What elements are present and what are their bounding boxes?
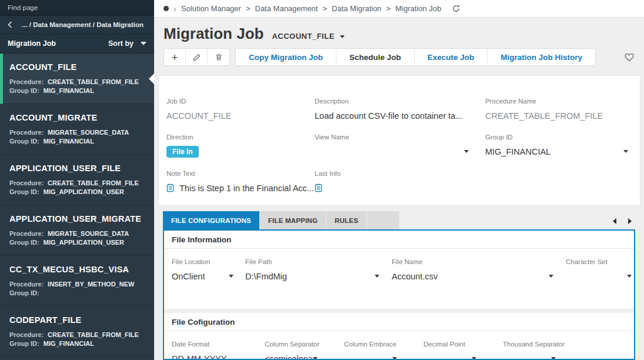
decimal-point-dropdown[interactable] [423, 353, 476, 360]
note-icon[interactable] [166, 184, 174, 192]
toolbar: + Copy Migration Job Schedule Job Execut… [154, 48, 644, 66]
sort-by-label: Sort by [108, 39, 134, 48]
schedule-job-button[interactable]: Schedule Job [336, 49, 415, 65]
list-item-application-user-migrate[interactable]: APPLICATION_USER_MIGRATE Procedure:MIGRA… [0, 205, 154, 256]
tab-rules[interactable]: RULES [326, 211, 366, 229]
delete-button[interactable] [208, 49, 229, 65]
procedure-label: Procedure: [9, 179, 44, 186]
description-label: Description [315, 98, 485, 105]
list-item-application-user-file[interactable]: APPLICATION_USER_FILE Procedure:CREATE_T… [0, 155, 154, 205]
tab-file-mapping[interactable]: FILE MAPPING [260, 211, 326, 229]
copy-migration-job-button[interactable]: Copy Migration Job [236, 49, 336, 65]
caret-down-icon[interactable] [472, 357, 476, 360]
file-name-value: Account.csv [392, 272, 438, 281]
list-item-account-migrate[interactable]: ACCOUNT_MIGRATE Procedure:MIGRATE_SOURCE… [0, 104, 154, 155]
file-configuration-title: File Cofiguration [164, 313, 634, 331]
group-label: Group ID: [9, 340, 39, 347]
procedure-value: INSERT_BY_METHOD_NEW [48, 281, 134, 288]
file-path-dropdown[interactable]: D:\FmdMig [245, 271, 379, 282]
procedure-value: MIGRATE_SOURCE_DATA [48, 129, 129, 136]
migration-job-history-button[interactable]: Migration Job History [488, 49, 595, 65]
date-format-value[interactable]: DD-MM-YYYY [172, 353, 265, 360]
job-detail-card: Job ID ACCOUNT_FILE Description Load acc… [158, 75, 640, 206]
breadcrumb-data-management[interactable]: Data Management [255, 4, 318, 13]
caret-down-icon[interactable] [229, 275, 233, 278]
procedure-name-value: CREATE_TABLE_FROM_FILE [485, 110, 632, 121]
file-location-dropdown[interactable]: OnClient [172, 271, 233, 282]
note-text-label: Note Text [166, 170, 315, 177]
file-name-field: File Name Account.csv [392, 258, 566, 282]
sidebar-list-header: Migration Job Sort by [0, 34, 154, 54]
home-dot-icon[interactable] [163, 6, 169, 11]
character-set-field: Character Set [566, 258, 632, 282]
sidebar-back-nav[interactable]: ... / Data Management / Data Migration [0, 16, 154, 34]
record-selector-value[interactable]: ACCOUNT_FILE [272, 32, 334, 41]
file-information-title: File Information [164, 231, 634, 249]
breadcrumb: › Solution Manager > Data Management > D… [154, 0, 644, 18]
group-id-dropdown[interactable]: MIG_FINANCIAL [485, 146, 628, 157]
back-chevron-icon[interactable] [8, 21, 12, 28]
character-set-dropdown[interactable] [566, 271, 632, 282]
group-value: MIG_APPLICATION_USER [44, 239, 124, 246]
thousand-separator-label: Thousand Separator [503, 341, 626, 348]
breadcrumb-separator: > [246, 4, 251, 13]
breadcrumb-data-migration[interactable]: Data Migration [332, 4, 382, 13]
caret-down-icon[interactable] [464, 150, 469, 153]
breadcrumb-migration-job[interactable]: Migration Job [395, 4, 441, 13]
note-text-field: Note Text This is Step 1 in the Financia… [166, 170, 315, 194]
file-path-field: File Path D:\FmdMig [245, 258, 392, 282]
column-separator-label: Column Separator [265, 341, 344, 348]
execute-job-button[interactable]: Execute Job [415, 49, 488, 65]
job-name: ACCOUNT_MIGRATE [9, 113, 147, 122]
page-title: Migration Job [163, 25, 263, 43]
description-value[interactable]: Load account CSV-file to container ta... [315, 110, 485, 121]
column-embrace-dropdown[interactable] [344, 353, 397, 360]
list-item-codepart-file[interactable]: CODEPART_FILE Procedure:CREATE_TABLE_FRO… [0, 306, 154, 357]
procedure-label: Procedure: [9, 281, 44, 288]
find-page-bar[interactable]: Find page [0, 0, 154, 16]
file-name-dropdown[interactable]: Account.csv [392, 271, 553, 282]
tab-scroll-right-icon[interactable] [628, 218, 632, 224]
group-id-field: Group ID MIG_FINANCIAL [485, 134, 632, 158]
job-name: CODEPART_FILE [9, 315, 147, 325]
edit-button[interactable] [186, 49, 208, 65]
refresh-icon[interactable] [452, 4, 461, 13]
description-field: Description Load account CSV-file to con… [315, 98, 485, 121]
view-name-dropdown[interactable] [315, 146, 469, 157]
group-label: Group ID: [9, 289, 39, 296]
job-id-field: Job ID ACCOUNT_FILE [166, 98, 315, 121]
procedure-value: MIGRATE_SOURCE_DATA [48, 230, 129, 237]
tab-file-configurations[interactable]: FILE CONFIGURATIONS [163, 211, 259, 229]
add-button[interactable]: + [164, 49, 186, 65]
note-text-value[interactable]: This is Step 1 in the Financial Acc... [179, 184, 314, 193]
decimal-point-field: Decimal Point [423, 341, 503, 360]
caret-down-icon[interactable] [392, 357, 397, 360]
caret-down-icon[interactable] [551, 357, 556, 360]
caret-down-icon[interactable] [340, 35, 345, 38]
caret-down-icon[interactable] [313, 357, 318, 360]
file-configuration-section: File Cofiguration Date Format DD-MM-YYYY… [164, 313, 634, 360]
thousand-separator-dropdown[interactable] [503, 353, 556, 360]
tab-strip: FILE CONFIGURATIONS FILE MAPPING RULES [163, 211, 635, 229]
breadcrumb-solution-manager[interactable]: Solution Manager [181, 4, 241, 13]
direction-label: Direction [166, 134, 315, 141]
caret-down-icon[interactable] [549, 275, 553, 278]
tab-strip-stub [367, 211, 399, 229]
tab-scroll-left-icon[interactable] [613, 218, 616, 224]
favorite-button[interactable] [624, 52, 635, 62]
caret-down-icon[interactable] [623, 150, 628, 153]
sort-by-control[interactable]: Sort by [108, 39, 146, 48]
note-icon[interactable] [315, 184, 322, 192]
date-format-field: Date Format DD-MM-YYYY [172, 341, 265, 360]
list-item-cc-tx-mecus-hsbc-visa[interactable]: CC_TX_MECUS_HSBC_VISA Procedure:INSERT_B… [0, 256, 154, 306]
file-location-field: File Location OnClient [172, 258, 245, 282]
caret-down-icon[interactable] [627, 275, 632, 278]
list-item-account-file[interactable]: ACCOUNT_FILE Procedure:CREATE_TABLE_FROM… [0, 54, 154, 104]
back-path-label: ... / Data Management / Data Migration [22, 21, 144, 28]
pencil-icon [192, 53, 201, 62]
job-list: ACCOUNT_FILE Procedure:CREATE_TABLE_FROM… [0, 54, 154, 360]
column-separator-dropdown[interactable]: <semicolon> [265, 353, 318, 360]
procedure-value: CREATE_TABLE_FROM_FILE [48, 179, 139, 186]
caret-down-icon[interactable] [375, 275, 379, 278]
view-name-field: View Name [315, 134, 485, 158]
